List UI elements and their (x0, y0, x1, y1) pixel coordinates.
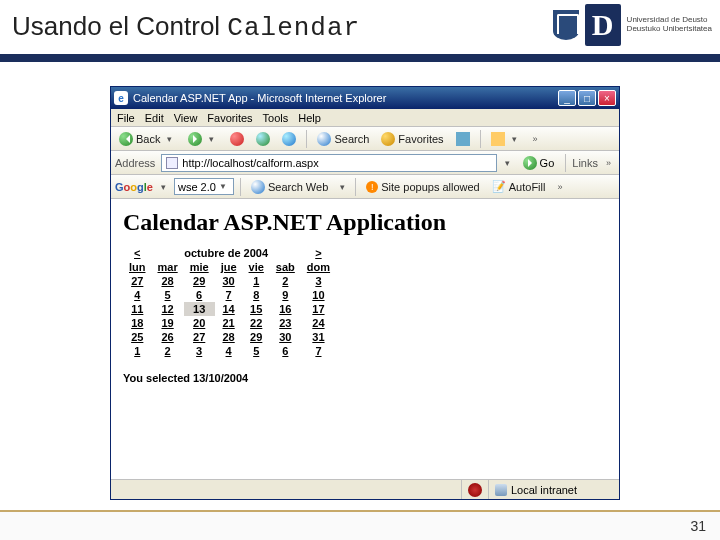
calendar-week: 25262728293031 (123, 330, 336, 344)
menu-file[interactable]: File (117, 112, 135, 124)
calendar-day[interactable]: 29 (243, 330, 270, 344)
calendar-day[interactable]: 22 (243, 316, 270, 330)
menu-tools[interactable]: Tools (263, 112, 289, 124)
calendar-day[interactable]: 31 (301, 330, 336, 344)
googlebar-overflow-icon[interactable]: » (553, 182, 566, 192)
university-name: Universidad de Deusto Deustuko Unibertsi… (627, 16, 712, 34)
toolbar-overflow-icon[interactable]: » (529, 134, 542, 144)
calendar-day[interactable]: 10 (301, 288, 336, 302)
calendar-day[interactable]: 14 (215, 302, 243, 316)
search-button[interactable]: Search (313, 131, 373, 147)
popups-button[interactable]: !Site popups allowed (362, 180, 483, 194)
menu-view[interactable]: View (174, 112, 198, 124)
status-zone: Local intranet (489, 480, 619, 499)
calendar-day-header: vie (243, 260, 270, 274)
page-number: 31 (690, 518, 706, 534)
calendar-day[interactable]: 8 (243, 288, 270, 302)
calendar-next[interactable]: > (301, 246, 336, 260)
calendar-day[interactable]: 27 (184, 330, 215, 344)
google-dropdown-icon[interactable]: ▾ (157, 182, 170, 192)
forward-dropdown-icon[interactable]: ▾ (205, 134, 218, 144)
menu-favorites[interactable]: Favorites (207, 112, 252, 124)
calendar-day[interactable]: 30 (215, 274, 243, 288)
back-dropdown-icon[interactable]: ▾ (163, 134, 176, 144)
calendar-day[interactable]: 13 (184, 302, 215, 316)
calendar-day[interactable]: 16 (270, 302, 301, 316)
forward-button[interactable]: ▾ (184, 131, 222, 147)
menu-edit[interactable]: Edit (145, 112, 164, 124)
home-button[interactable] (278, 131, 300, 147)
calendar-day[interactable]: 23 (270, 316, 301, 330)
calendar-day[interactable]: 15 (243, 302, 270, 316)
calendar-day[interactable]: 2 (270, 274, 301, 288)
calendar-day[interactable]: 30 (270, 330, 301, 344)
favorites-button[interactable]: Favorites (377, 131, 447, 147)
calendar-day[interactable]: 25 (123, 330, 152, 344)
calendar-day[interactable]: 12 (152, 302, 184, 316)
menu-help[interactable]: Help (298, 112, 321, 124)
calendar-day[interactable]: 28 (215, 330, 243, 344)
calendar-day[interactable]: 29 (184, 274, 215, 288)
forward-icon (188, 132, 202, 146)
calendar-day[interactable]: 28 (152, 274, 184, 288)
calendar-day[interactable]: 19 (152, 316, 184, 330)
maximize-button[interactable]: □ (578, 90, 596, 106)
google-toolbar: Google▾ wse 2.0▼ Search Web ▾ !Site popu… (111, 175, 619, 199)
calendar-day[interactable]: 7 (301, 344, 336, 358)
calendar-day[interactable]: 24 (301, 316, 336, 330)
calendar-day[interactable]: 27 (123, 274, 152, 288)
calendar-day[interactable]: 18 (123, 316, 152, 330)
stop-button[interactable] (226, 131, 248, 147)
calendar-day[interactable]: 7 (215, 288, 243, 302)
calendar-day-header: lun (123, 260, 152, 274)
back-button[interactable]: Back ▾ (115, 131, 180, 147)
links-overflow-icon[interactable]: » (602, 158, 615, 168)
google-select-value: wse 2.0 (178, 181, 216, 193)
calendar-body: 2728293012345678910111213141516171819202… (123, 274, 336, 358)
calendar-day[interactable]: 6 (184, 288, 215, 302)
go-button[interactable]: Go (518, 155, 560, 171)
google-logo-icon[interactable]: Google (115, 181, 153, 193)
close-button[interactable]: × (598, 90, 616, 106)
calendar-day-header: mar (152, 260, 184, 274)
calendar-prev[interactable]: < (123, 246, 152, 260)
university-logo: D Universidad de Deusto Deustuko Unibert… (553, 4, 712, 46)
calendar-day[interactable]: 11 (123, 302, 152, 316)
statusbar: Local intranet (111, 479, 619, 499)
address-dropdown-icon[interactable]: ▾ (501, 158, 514, 168)
calendar-day[interactable]: 3 (184, 344, 215, 358)
calendar-day[interactable]: 21 (215, 316, 243, 330)
calendar-day[interactable]: 4 (215, 344, 243, 358)
calendar-day[interactable]: 1 (243, 274, 270, 288)
calendar-day[interactable]: 20 (184, 316, 215, 330)
media-icon (456, 132, 470, 146)
refresh-button[interactable] (252, 131, 274, 147)
calendar: < octubre de 2004 > lunmarmiejueviesabdo… (123, 246, 336, 358)
calendar-day[interactable]: 17 (301, 302, 336, 316)
search-icon (317, 132, 331, 146)
calendar-day[interactable]: 3 (301, 274, 336, 288)
google-search-select[interactable]: wse 2.0▼ (174, 178, 234, 195)
minimize-button[interactable]: _ (558, 90, 576, 106)
address-input[interactable]: http://localhost/calform.aspx (161, 154, 496, 172)
status-bug[interactable] (462, 480, 489, 499)
calendar-day[interactable]: 4 (123, 288, 152, 302)
calendar-day[interactable]: 9 (270, 288, 301, 302)
go-label: Go (540, 157, 555, 169)
calendar-day[interactable]: 1 (123, 344, 152, 358)
links-label[interactable]: Links (572, 157, 598, 169)
mail-button[interactable]: ▾ (487, 131, 525, 147)
calendar-week: 45678910 (123, 288, 336, 302)
page-heading: Calendar ASP.NET Application (123, 209, 607, 236)
titlebar[interactable]: e Calendar ASP.NET App - Microsoft Inter… (111, 87, 619, 109)
calendar-day[interactable]: 5 (243, 344, 270, 358)
mail-dropdown-icon[interactable]: ▾ (508, 134, 521, 144)
media-button[interactable] (452, 131, 474, 147)
calendar-day[interactable]: 6 (270, 344, 301, 358)
search-web-dropdown-icon[interactable]: ▾ (336, 182, 349, 192)
calendar-day[interactable]: 2 (152, 344, 184, 358)
autofill-button[interactable]: 📝AutoFill (488, 179, 550, 194)
search-web-button[interactable]: Search Web (247, 179, 332, 195)
calendar-day[interactable]: 5 (152, 288, 184, 302)
calendar-day[interactable]: 26 (152, 330, 184, 344)
